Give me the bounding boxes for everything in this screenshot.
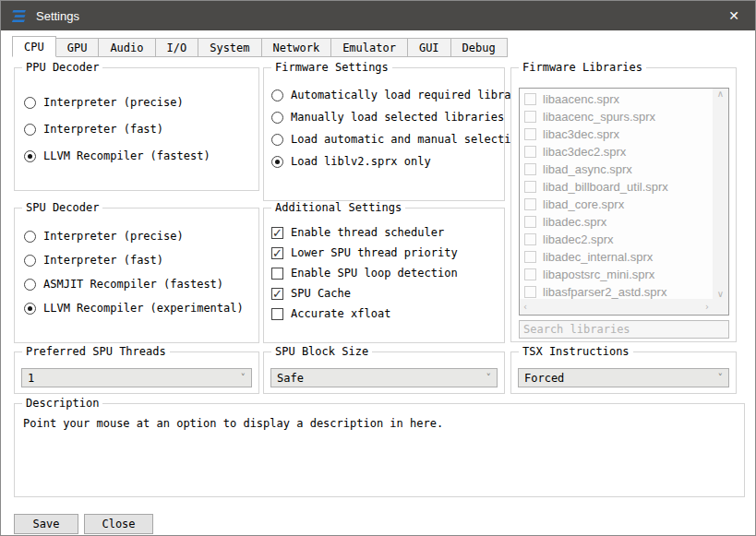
- checkbox-icon[interactable]: [524, 216, 536, 228]
- library-item[interactable]: libapostsrc_mini.sprx: [520, 266, 713, 283]
- chevron-down-icon: ˅: [241, 372, 246, 384]
- radio-icon: [24, 279, 36, 291]
- fw-radio-auto-manual[interactable]: Load automatic and manual selection: [271, 133, 498, 146]
- combo-value: Forced: [524, 372, 564, 385]
- radio-icon: [271, 134, 283, 146]
- checkbox-icon[interactable]: [524, 268, 536, 280]
- spu-radio-asmjit-recompiler[interactable]: ASMJIT Recompiler (fastest): [24, 278, 253, 291]
- close-button[interactable]: Close: [84, 514, 153, 534]
- library-item[interactable]: libac3dec.sprx: [520, 125, 713, 143]
- library-label: libaacenc_spurs.sprx: [543, 110, 655, 124]
- tab-audio[interactable]: Audio: [99, 38, 155, 57]
- settings-window: Settings ✕ CPU GPU Audio I/O System Netw…: [0, 0, 756, 536]
- library-item[interactable]: libadec_internal.sprx: [520, 248, 713, 266]
- checkbox-icon[interactable]: [524, 111, 536, 123]
- checkbox-icon[interactable]: [524, 181, 536, 193]
- preferred-spu-threads-select[interactable]: 1 ˅: [21, 368, 252, 387]
- checkbox-icon[interactable]: [524, 286, 536, 298]
- group-title: Firmware Libraries: [519, 61, 646, 74]
- checkbox-icon[interactable]: [524, 233, 536, 245]
- checkbox-icon: [271, 227, 283, 239]
- additional-settings-options: Enable thread scheduler Lower SPU thread…: [271, 226, 498, 320]
- checkbox-icon[interactable]: [524, 198, 536, 210]
- radio-icon: [24, 97, 36, 109]
- spu-radio-llvm-recompiler[interactable]: LLVM Recompiler (experimental): [24, 302, 253, 315]
- checkbox-icon[interactable]: [524, 93, 536, 105]
- library-label: libadec_internal.sprx: [543, 250, 653, 264]
- additional-settings-group: Additional Settings Enable thread schedu…: [263, 208, 505, 343]
- radio-icon: [24, 150, 36, 162]
- checkbox-icon[interactable]: [524, 163, 536, 175]
- check-accurate-xfloat[interactable]: Accurate xfloat: [271, 307, 498, 320]
- radio-icon: [271, 112, 283, 124]
- checkbox-icon[interactable]: [524, 251, 536, 263]
- tab-io[interactable]: I/O: [156, 38, 199, 57]
- library-item[interactable]: libad_billboard_util.sprx: [520, 178, 713, 196]
- library-item[interactable]: libaacenc.sprx: [520, 90, 713, 108]
- save-button[interactable]: Save: [14, 514, 78, 534]
- scroll-left-icon[interactable]: ‹: [523, 302, 527, 312]
- radio-label: Manually load selected libraries: [291, 111, 504, 124]
- library-item[interactable]: libad_async.sprx: [520, 161, 713, 178]
- ppu-radio-llvm-recompiler[interactable]: LLVM Recompiler (fastest): [24, 149, 253, 162]
- tab-gpu[interactable]: GPU: [56, 38, 100, 57]
- spu-radio-interpreter-fast[interactable]: Interpreter (fast): [24, 254, 253, 267]
- check-spu-loop-detection[interactable]: Enable SPU loop detection: [271, 267, 498, 280]
- spu-radio-interpreter-precise[interactable]: Interpreter (precise): [24, 230, 253, 243]
- tab-system[interactable]: System: [198, 38, 261, 57]
- tab-debug[interactable]: Debug: [451, 38, 508, 57]
- tab-gui[interactable]: GUI: [408, 38, 451, 57]
- fw-radio-manual-load[interactable]: Manually load selected libraries: [271, 111, 498, 124]
- horizontal-scrollbar[interactable]: ‹ ›: [520, 299, 713, 315]
- tsx-instructions-select[interactable]: Forced ˅: [518, 368, 729, 387]
- group-title: Additional Settings: [271, 201, 405, 214]
- library-item[interactable]: libasfparser2_astd.sprx: [520, 283, 713, 299]
- radio-icon: [24, 255, 36, 267]
- window-title: Settings: [36, 9, 79, 23]
- checkbox-label: Enable thread scheduler: [291, 226, 444, 239]
- tab-emulator[interactable]: Emulator: [331, 38, 408, 57]
- library-label: libaacenc.sprx: [543, 92, 619, 106]
- library-item[interactable]: libadec.sprx: [520, 213, 713, 231]
- tsx-instructions-group: TSX Instructions Forced ˅: [510, 351, 737, 394]
- ppu-radio-interpreter-precise[interactable]: Interpreter (precise): [24, 96, 253, 109]
- radio-label: Interpreter (precise): [43, 230, 184, 243]
- library-label: libac3dec.sprx: [543, 127, 619, 141]
- library-item[interactable]: libaacenc_spurs.sprx: [520, 108, 713, 125]
- tab-cpu[interactable]: CPU: [12, 36, 56, 57]
- search-libraries-input[interactable]: [519, 320, 729, 339]
- spu-block-size-select[interactable]: Safe ˅: [270, 368, 498, 387]
- checkbox-icon: [271, 268, 283, 280]
- fw-radio-liblv2-only[interactable]: Load liblv2.sprx only: [271, 155, 498, 168]
- library-item[interactable]: libac3dec2.sprx: [520, 143, 713, 161]
- check-enable-thread-scheduler[interactable]: Enable thread scheduler: [271, 226, 498, 239]
- library-rows: libaacenc.sprx libaacenc_spurs.sprx liba…: [520, 90, 713, 299]
- radio-icon: [271, 89, 283, 101]
- combo-value: 1: [28, 372, 34, 385]
- description-group: Description Point your mouse at an optio…: [14, 403, 745, 497]
- scroll-down-icon[interactable]: ∨: [717, 289, 724, 299]
- ppu-decoder-options: Interpreter (precise) Interpreter (fast)…: [24, 96, 253, 162]
- scroll-right-icon[interactable]: ›: [705, 302, 709, 312]
- radio-label: Interpreter (fast): [43, 254, 163, 267]
- checkbox-icon[interactable]: [524, 128, 536, 140]
- ppu-radio-interpreter-fast[interactable]: Interpreter (fast): [24, 123, 253, 136]
- vertical-scrollbar[interactable]: ∧ ∨: [713, 89, 728, 299]
- titlebar[interactable]: Settings ✕: [1, 1, 755, 30]
- radio-label: LLVM Recompiler (experimental): [43, 302, 244, 315]
- scroll-up-icon[interactable]: ∧: [717, 89, 724, 99]
- checkbox-label: Enable SPU loop detection: [291, 267, 458, 280]
- library-item[interactable]: libad_core.sprx: [520, 196, 713, 213]
- fw-radio-auto-load[interactable]: Automatically load required libraries: [271, 89, 498, 101]
- spu-decoder-options: Interpreter (precise) Interpreter (fast)…: [24, 230, 253, 315]
- tab-bar: CPU GPU Audio I/O System Network Emulato…: [12, 36, 508, 57]
- library-label: libasfparser2_astd.sprx: [543, 285, 666, 299]
- library-label: libad_async.sprx: [543, 162, 632, 176]
- tab-network[interactable]: Network: [262, 38, 332, 57]
- check-lower-spu-priority[interactable]: Lower SPU thread priority: [271, 246, 498, 259]
- library-item[interactable]: libadec2.sprx: [520, 231, 713, 248]
- checkbox-icon[interactable]: [524, 146, 536, 158]
- close-icon[interactable]: ✕: [713, 1, 755, 30]
- check-spu-cache[interactable]: SPU Cache: [271, 287, 498, 300]
- firmware-libraries-list[interactable]: libaacenc.sprx libaacenc_spurs.sprx liba…: [519, 88, 729, 316]
